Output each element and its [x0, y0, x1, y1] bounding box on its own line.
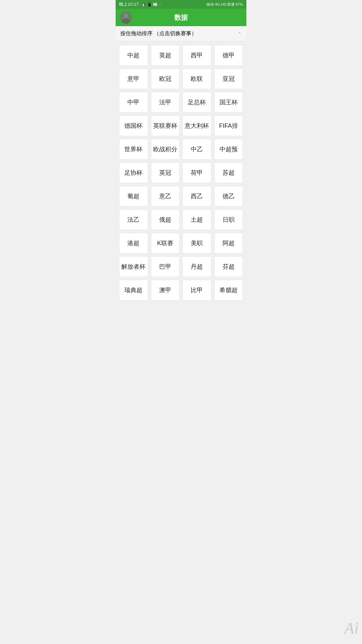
- league-item[interactable]: 欧战积分: [151, 139, 180, 160]
- league-item[interactable]: 中超预: [214, 139, 243, 160]
- status-time: 晚上10:17: [119, 1, 139, 7]
- status-right: 移动 4G HD 联通 57%: [206, 2, 243, 7]
- league-item[interactable]: 足协杯: [119, 162, 148, 183]
- league-item[interactable]: 英冠: [151, 162, 180, 183]
- league-item[interactable]: 世界杯: [119, 139, 148, 160]
- page-title: 数据: [174, 13, 188, 22]
- league-item[interactable]: 英联赛杯: [151, 115, 180, 136]
- league-item[interactable]: 丹超: [182, 256, 212, 277]
- league-item[interactable]: 美职: [182, 233, 212, 254]
- league-item[interactable]: 欧冠: [151, 68, 180, 89]
- sort-label: 按住拖动排序 （点击切换赛事）: [120, 30, 197, 37]
- league-item[interactable]: 德甲: [214, 45, 243, 66]
- league-item[interactable]: 亚冠: [214, 68, 243, 89]
- collapse-icon[interactable]: ⌃: [238, 31, 242, 37]
- league-item[interactable]: 比甲: [182, 280, 212, 301]
- league-grid-area: 中超英超西甲德甲意甲欧冠欧联亚冠中甲法甲足总杯国王杯德国杯英联赛杯意大利杯FIF…: [116, 42, 246, 304]
- league-item[interactable]: 意乙: [151, 186, 180, 207]
- league-item[interactable]: 西甲: [182, 45, 212, 66]
- status-bar: 晚上10:17 🐧 📱 📰 ··· 移动 4G HD 联通 57%: [116, 0, 246, 9]
- league-item[interactable]: 希腊超: [214, 280, 243, 301]
- league-item[interactable]: 解放者杯: [119, 256, 148, 277]
- league-item[interactable]: 苏超: [214, 162, 243, 183]
- league-item[interactable]: 意大利杯: [182, 115, 212, 136]
- league-item[interactable]: 国王杯: [214, 92, 243, 113]
- league-item[interactable]: 日职: [214, 209, 243, 230]
- league-item[interactable]: 德国杯: [119, 115, 148, 136]
- svg-point-2: [122, 18, 130, 24]
- status-icons: 🐧 📱 📰 ···: [141, 2, 162, 7]
- league-item[interactable]: 法甲: [151, 92, 180, 113]
- avatar[interactable]: [120, 11, 132, 24]
- sort-bar: 按住拖动排序 （点击切换赛事） ⌃: [116, 26, 246, 42]
- sort-sub-label: （点击切换赛事）: [154, 31, 197, 36]
- league-item[interactable]: 葡超: [119, 186, 148, 207]
- league-item[interactable]: 欧联: [182, 68, 212, 89]
- league-item[interactable]: 足总杯: [182, 92, 212, 113]
- league-item[interactable]: 港超: [119, 233, 148, 254]
- league-item[interactable]: 德乙: [214, 186, 243, 207]
- league-grid: 中超英超西甲德甲意甲欧冠欧联亚冠中甲法甲足总杯国王杯德国杯英联赛杯意大利杯FIF…: [119, 45, 243, 301]
- league-item[interactable]: 巴甲: [151, 256, 180, 277]
- league-item[interactable]: K联赛: [151, 233, 180, 254]
- sort-main-label: 按住拖动排序: [120, 31, 153, 36]
- league-item[interactable]: 西乙: [182, 186, 212, 207]
- app-header: 数据: [116, 9, 246, 26]
- league-item[interactable]: 荷甲: [182, 162, 212, 183]
- league-item[interactable]: 中超: [119, 45, 148, 66]
- league-item[interactable]: 中甲: [119, 92, 148, 113]
- league-item[interactable]: 中乙: [182, 139, 212, 160]
- league-item[interactable]: FIFA排: [214, 115, 243, 136]
- league-item[interactable]: 意甲: [119, 68, 148, 89]
- league-item[interactable]: 法乙: [119, 209, 148, 230]
- league-item[interactable]: 土超: [182, 209, 212, 230]
- league-item[interactable]: 瑞典超: [119, 280, 148, 301]
- svg-point-1: [124, 13, 128, 18]
- league-item[interactable]: 阿超: [214, 233, 243, 254]
- status-left: 晚上10:17 🐧 📱 📰 ···: [119, 1, 162, 7]
- league-item[interactable]: 俄超: [151, 209, 180, 230]
- league-item[interactable]: 英超: [151, 45, 180, 66]
- league-item[interactable]: 澳甲: [151, 280, 180, 301]
- league-item[interactable]: 芬超: [214, 256, 243, 277]
